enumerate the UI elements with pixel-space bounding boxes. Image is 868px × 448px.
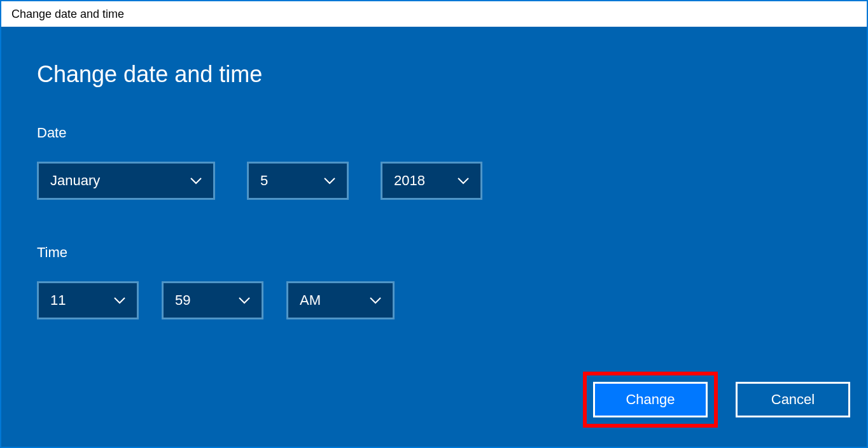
month-select[interactable]: January bbox=[37, 162, 215, 200]
ampm-value: AM bbox=[300, 292, 321, 309]
dialog-window: Change date and time Change date and tim… bbox=[0, 0, 868, 448]
titlebar: Change date and time bbox=[1, 1, 867, 27]
chevron-down-icon bbox=[324, 177, 335, 185]
time-row: 11 59 AM bbox=[37, 281, 831, 319]
day-value: 5 bbox=[260, 172, 268, 189]
chevron-down-icon bbox=[239, 297, 250, 304]
year-select[interactable]: 2018 bbox=[381, 162, 482, 200]
titlebar-title: Change date and time bbox=[11, 8, 124, 21]
dialog-buttons: Change Cancel bbox=[583, 372, 850, 428]
chevron-down-icon bbox=[114, 297, 125, 304]
chevron-down-icon bbox=[370, 297, 381, 304]
highlight-marker: Change bbox=[583, 372, 718, 428]
hour-select[interactable]: 11 bbox=[37, 281, 139, 319]
day-select[interactable]: 5 bbox=[247, 162, 349, 200]
chevron-down-icon bbox=[190, 177, 202, 185]
time-label: Time bbox=[37, 244, 831, 261]
minute-select[interactable]: 59 bbox=[162, 281, 263, 319]
cancel-button[interactable]: Cancel bbox=[736, 382, 850, 417]
date-row: January 5 2018 bbox=[37, 162, 831, 200]
chevron-down-icon bbox=[458, 177, 469, 185]
date-label: Date bbox=[37, 125, 831, 141]
change-button[interactable]: Change bbox=[593, 382, 708, 417]
ampm-select[interactable]: AM bbox=[286, 281, 395, 319]
dialog-content: Change date and time Date January 5 2018 bbox=[1, 27, 867, 447]
page-title: Change date and time bbox=[37, 61, 831, 88]
month-value: January bbox=[50, 172, 100, 189]
year-value: 2018 bbox=[394, 172, 425, 189]
hour-value: 11 bbox=[50, 292, 66, 309]
minute-value: 59 bbox=[175, 292, 190, 309]
